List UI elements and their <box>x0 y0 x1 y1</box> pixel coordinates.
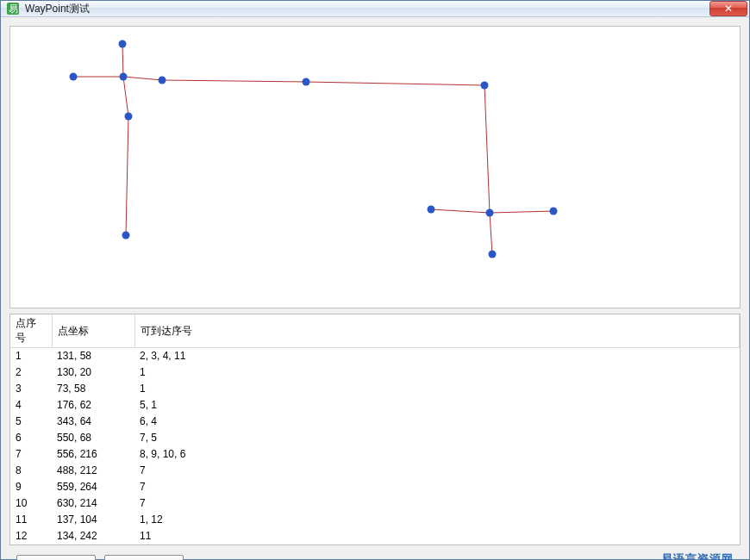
edge <box>122 44 123 77</box>
table-row[interactable]: 5343, 646, 4 <box>10 414 740 430</box>
table-row[interactable]: 4176, 625, 1 <box>10 397 740 414</box>
cell-id: 2 <box>10 364 52 381</box>
points-table-container[interactable]: 点序号 点坐标 可到达序号 1131, 582, 3, 4, 112130, 2… <box>9 314 741 545</box>
table-row[interactable]: 2130, 201 <box>10 364 740 381</box>
waypoint-node[interactable] <box>159 77 166 84</box>
cell-coord: 176, 62 <box>52 397 134 414</box>
cell-coord: 556, 216 <box>52 446 134 463</box>
cell-reach: 7 <box>134 463 740 479</box>
cell-coord: 130, 20 <box>52 364 134 381</box>
cell-reach: 1, 12 <box>134 512 740 528</box>
close-icon: ✕ <box>724 3 733 15</box>
cell-reach: 11 <box>134 528 740 544</box>
cell-id: 11 <box>10 512 52 528</box>
set-reach-button[interactable]: 置随即到达 <box>16 555 96 560</box>
cell-id: 3 <box>10 381 52 397</box>
waypoint-node[interactable] <box>119 40 127 48</box>
waypoint-node[interactable] <box>481 82 489 90</box>
cell-coord: 131, 58 <box>52 348 134 365</box>
cell-coord: 488, 212 <box>52 463 134 479</box>
cell-reach: 7 <box>134 479 740 495</box>
edge <box>490 211 553 213</box>
cell-reach: 1 <box>134 364 740 381</box>
table-row[interactable]: 6550, 687, 5 <box>10 430 740 446</box>
waypoint-node[interactable] <box>550 208 558 215</box>
cell-id: 6 <box>10 430 52 446</box>
svg-text:易: 易 <box>9 3 18 14</box>
cell-coord: 343, 64 <box>52 414 134 430</box>
cell-coord: 73, 58 <box>52 381 134 397</box>
edge <box>431 209 490 213</box>
table-row[interactable]: 1131, 582, 3, 4, 11 <box>10 348 740 365</box>
app-icon: 易 <box>6 2 20 16</box>
cell-reach: 8, 9, 10, 6 <box>134 446 740 463</box>
cell-reach: 2, 3, 4, 11 <box>134 348 740 365</box>
client-area: 点序号 点坐标 可到达序号 1131, 582, 3, 4, 112130, 2… <box>1 17 749 560</box>
cell-reach: 5, 1 <box>134 397 740 414</box>
cell-coord: 134, 242 <box>52 528 134 544</box>
create-button[interactable]: 创建 <box>104 555 184 560</box>
title-bar[interactable]: 易 WayPoint测试 ✕ <box>1 1 749 17</box>
cell-id: 7 <box>10 446 52 463</box>
waypoint-node[interactable] <box>70 73 78 81</box>
waypoint-node[interactable] <box>428 206 435 214</box>
cell-coord: 550, 68 <box>52 430 134 446</box>
cell-id: 10 <box>10 495 52 512</box>
cell-reach: 6, 4 <box>134 414 740 430</box>
brand-text: 易语言资源网 <box>661 553 734 560</box>
cell-id: 9 <box>10 479 52 495</box>
close-button[interactable]: ✕ <box>709 1 747 16</box>
table-row[interactable]: 373, 581 <box>10 381 740 397</box>
col-header-coord[interactable]: 点坐标 <box>52 314 134 348</box>
table-row[interactable]: 10630, 2147 <box>10 495 740 512</box>
waypoint-node[interactable] <box>125 113 133 121</box>
waypoint-canvas[interactable] <box>9 26 741 308</box>
waypoint-node[interactable] <box>120 73 128 81</box>
footer-bar: 置随即到达 创建 易语言资源网 www.e5a5x.com <box>9 551 741 560</box>
cell-id: 12 <box>10 528 52 544</box>
cell-coord: 137, 104 <box>52 512 134 528</box>
edge <box>123 77 128 116</box>
col-header-reach[interactable]: 可到达序号 <box>134 314 740 348</box>
cell-id: 4 <box>10 397 52 414</box>
cell-reach: 7, 5 <box>134 430 740 446</box>
app-window: 易 WayPoint测试 ✕ 点序号 点坐标 可到达序号 1131, 58 <box>0 0 750 560</box>
waypoint-node[interactable] <box>122 232 130 240</box>
waypoint-node[interactable] <box>303 78 310 86</box>
col-header-index[interactable]: 点序号 <box>10 314 52 348</box>
cell-id: 5 <box>10 414 52 430</box>
edge <box>306 82 484 85</box>
edge <box>123 77 162 80</box>
table-header-row: 点序号 点坐标 可到达序号 <box>10 314 740 348</box>
edge <box>162 80 306 82</box>
table-row[interactable]: 11137, 1041, 12 <box>10 512 740 528</box>
edge <box>126 116 128 235</box>
brand-block: 易语言资源网 www.e5a5x.com <box>661 553 734 560</box>
cell-coord: 630, 214 <box>52 495 134 512</box>
cell-id: 1 <box>10 348 52 365</box>
table-row[interactable]: 7556, 2168, 9, 10, 6 <box>10 446 740 463</box>
waypoint-node[interactable] <box>489 251 497 258</box>
edge <box>490 213 492 254</box>
points-table: 点序号 点坐标 可到达序号 1131, 582, 3, 4, 112130, 2… <box>10 314 740 544</box>
cell-id: 8 <box>10 463 52 479</box>
edge <box>484 85 490 213</box>
waypoint-node[interactable] <box>486 209 494 217</box>
graph-svg <box>10 27 740 308</box>
table-row[interactable]: 8488, 2127 <box>10 463 740 479</box>
table-row[interactable]: 9559, 2647 <box>10 479 740 495</box>
cell-reach: 7 <box>134 495 740 512</box>
cell-coord: 559, 264 <box>52 479 134 495</box>
window-title: WayPoint测试 <box>25 2 709 16</box>
cell-reach: 1 <box>134 381 740 397</box>
table-row[interactable]: 12134, 24211 <box>10 528 740 544</box>
